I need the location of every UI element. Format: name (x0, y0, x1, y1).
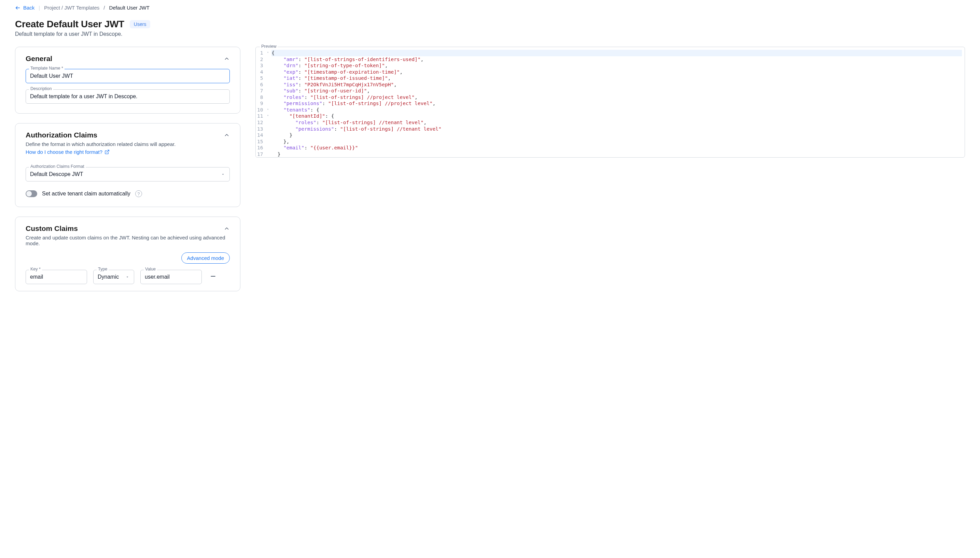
breadcrumb-sep: / (104, 5, 105, 11)
custom-claims-title: Custom Claims (26, 225, 78, 233)
general-card: General Template Name * Description (15, 47, 240, 113)
page-subtitle: Default template for a user JWT in Desco… (15, 31, 965, 37)
auth-claims-desc: Define the format in which authorization… (26, 141, 230, 147)
nav-divider: | (39, 5, 40, 11)
question-mark-icon[interactable]: ? (135, 190, 142, 197)
code-area: 1 ˅2 3 4 5 6 7 8 9 10 ˅11 ˅12 13 14 15 1… (256, 47, 965, 157)
claim-type-select[interactable] (93, 270, 134, 284)
chevron-up-icon[interactable] (224, 225, 230, 231)
template-name-label: Template Name * (29, 66, 64, 71)
svg-line-1 (107, 150, 109, 153)
preview-label: Preview (260, 44, 278, 49)
back-link[interactable]: Back (15, 5, 35, 11)
external-link-icon (104, 149, 110, 154)
description-label: Description (29, 86, 53, 91)
chevron-up-icon[interactable] (224, 56, 230, 62)
breadcrumb-current: Default User JWT (109, 5, 149, 11)
custom-claims-card: Custom Claims Create and update custom c… (15, 217, 240, 291)
tenant-claim-toggle[interactable] (26, 190, 37, 197)
format-label: Authorization Claims Format (29, 164, 86, 169)
claim-value-input[interactable] (140, 270, 202, 284)
advanced-mode-button[interactable]: Advanced mode (181, 253, 230, 264)
description-input[interactable] (26, 89, 230, 104)
auth-claims-title: Authorization Claims (26, 131, 97, 139)
claim-key-label: Key * (29, 267, 42, 271)
chevron-up-icon[interactable] (224, 132, 230, 138)
auth-claims-help-link[interactable]: How do I choose the right format? (26, 149, 110, 155)
custom-claims-desc: Create and update custom claims on the J… (26, 235, 230, 246)
general-title: General (26, 54, 52, 63)
claim-row: Key * Type Value (26, 270, 230, 284)
claim-key-input[interactable] (26, 270, 87, 284)
top-nav: Back | Project / JWT Templates / Default… (15, 5, 965, 11)
auth-claims-card: Authorization Claims Define the format i… (15, 123, 240, 207)
back-label: Back (23, 5, 35, 11)
arrow-left-icon (15, 5, 20, 11)
claim-value-label: Value (144, 267, 157, 271)
page-title: Create Default User JWT (15, 19, 124, 30)
preview-panel: Preview 1 ˅2 3 4 5 6 7 8 9 10 ˅11 ˅12 13… (255, 47, 965, 158)
auth-claims-help-text: How do I choose the right format? (26, 149, 102, 155)
claim-type-label: Type (97, 267, 109, 271)
breadcrumb-root[interactable]: Project / JWT Templates (44, 5, 99, 11)
remove-claim-button[interactable] (208, 271, 218, 281)
format-select[interactable] (26, 167, 230, 181)
users-badge: Users (130, 20, 151, 28)
template-name-input[interactable] (26, 69, 230, 83)
tenant-claim-toggle-label: Set active tenant claim automatically (42, 190, 130, 197)
